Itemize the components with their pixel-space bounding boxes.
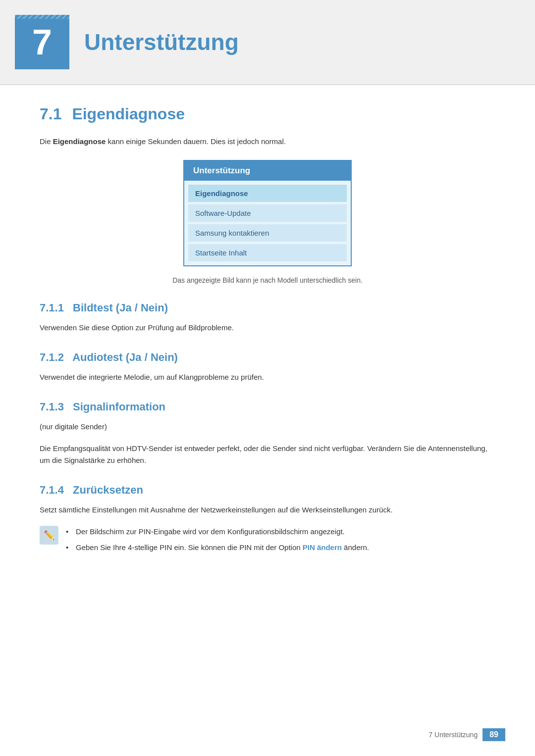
note-box: Der Bildschirm zur PIN-Eingabe wird vor …	[40, 526, 495, 557]
section-714: 7.1.4 Zurücksetzen Setzt sämtliche Einst…	[40, 484, 495, 557]
section-712-text: Verwendet die integrierte Melodie, um au…	[40, 371, 495, 383]
menu-item-eigendiagnose[interactable]: Eigendiagnose	[188, 185, 347, 202]
page-number: 89	[482, 728, 505, 741]
menu-item-startseite-inhalt[interactable]: Startseite Inhalt	[188, 244, 347, 261]
section-713-text: Die Empfangsqualität von HDTV-Sender ist…	[40, 443, 495, 466]
chapter-number: 7	[15, 15, 69, 69]
menu-caption: Das angezeigte Bild kann je nach Modell …	[40, 276, 495, 284]
main-content: 7.1 Eigendiagnose Die Eigendiagnose kann…	[0, 105, 535, 557]
section-712-heading: 7.1.2 Audiotest (Ja / Nein)	[40, 351, 495, 364]
section-71-intro: Die Eigendiagnose kann einige Sekunden d…	[40, 136, 495, 148]
note-2-text: Geben Sie Ihre 4-stellige PIN ein. Sie k…	[76, 543, 303, 552]
note-content: Der Bildschirm zur PIN-Eingabe wird vor …	[66, 526, 495, 557]
note-1-text: Der Bildschirm zur PIN-Eingabe wird vor …	[76, 527, 345, 536]
bullet-list: Der Bildschirm zur PIN-Eingabe wird vor …	[66, 526, 495, 554]
note-icon	[40, 526, 58, 545]
chapter-title: Unterstützung	[84, 29, 239, 55]
menu-item-samsung-kontaktieren[interactable]: Samsung kontaktieren	[188, 224, 347, 242]
menu-item-software-update[interactable]: Software-Update	[188, 204, 347, 222]
menu-box: Unterstützung Eigendiagnose Software-Upd…	[183, 160, 352, 266]
section-711: 7.1.1 Bildtest (Ja / Nein) Verwenden Sie…	[40, 302, 495, 334]
section-711-text: Verwenden Sie diese Option zur Prüfung a…	[40, 322, 495, 334]
menu-items: Eigendiagnose Software-Update Samsung ko…	[184, 181, 351, 265]
menu-title: Unterstützung	[184, 161, 351, 181]
note-2-bold: PIN ändern	[303, 543, 342, 552]
page-footer: 7 Unterstützung 89	[428, 728, 505, 741]
menu-container: Unterstützung Eigendiagnose Software-Upd…	[40, 160, 495, 266]
footer-text: 7 Unterstützung	[428, 731, 478, 739]
section-713-heading: 7.1.3 Signalinformation	[40, 401, 495, 413]
section-711-heading: 7.1.1 Bildtest (Ja / Nein)	[40, 302, 495, 314]
section-714-text: Setzt sämtliche Einstellungen mit Ausnah…	[40, 504, 495, 516]
section-71-heading: 7.1 Eigendiagnose	[40, 105, 495, 123]
note-2-rest: ändern.	[342, 543, 369, 552]
section-712: 7.1.2 Audiotest (Ja / Nein) Verwendet di…	[40, 351, 495, 383]
note-item-2: Geben Sie Ihre 4-stellige PIN ein. Sie k…	[66, 542, 495, 554]
chapter-header: 7 Unterstützung	[0, 0, 535, 85]
section-71: 7.1 Eigendiagnose Die Eigendiagnose kann…	[40, 105, 495, 284]
section-713-subtitle: (nur digitale Sender)	[40, 421, 495, 433]
section-713: 7.1.3 Signalinformation (nur digitale Se…	[40, 401, 495, 466]
note-item-1: Der Bildschirm zur PIN-Eingabe wird vor …	[66, 526, 495, 538]
section-714-heading: 7.1.4 Zurücksetzen	[40, 484, 495, 497]
